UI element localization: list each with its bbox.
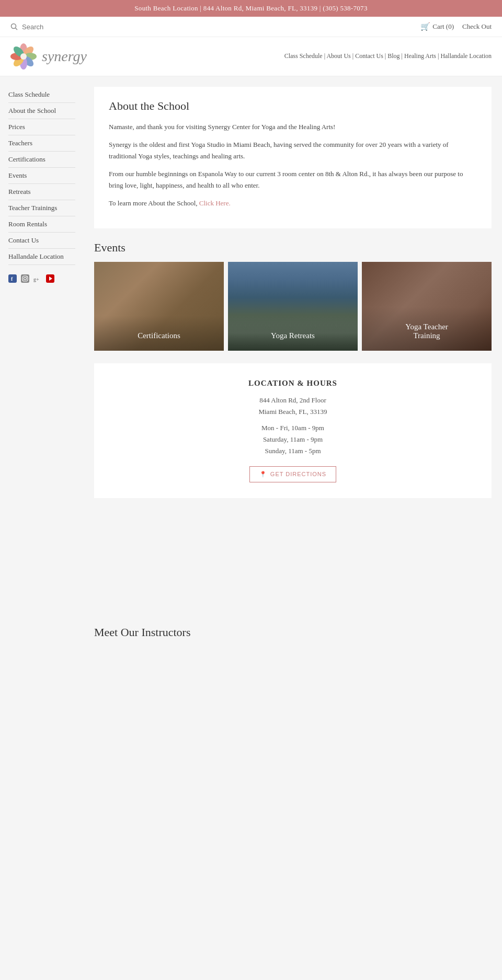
instagram-icon[interactable] [21, 274, 29, 285]
sidebar-item-room-rentals[interactable]: Room Rentals [8, 216, 75, 233]
sidebar-item-events[interactable]: Events [8, 168, 75, 184]
about-title: About the School [109, 99, 477, 113]
about-para1: Namaste, and thank you for visiting Syne… [109, 121, 477, 133]
logo-icon [10, 43, 37, 70]
page-layout: Class Schedule About the School Prices T… [0, 76, 502, 691]
event-card-teacher-training[interactable]: Yoga TeacherTraining [362, 262, 492, 351]
event-card-retreats[interactable]: Yoga Retreats [228, 262, 358, 351]
cart-label: Cart (0) [432, 22, 454, 31]
location-hours: Mon - Fri, 10am - 9pm Saturday, 11am - 9… [105, 422, 481, 457]
sidebar-item-teacher-trainings[interactable]: Teacher Trainings [8, 200, 75, 216]
nav-healing-arts[interactable]: Healing Arts [404, 52, 436, 60]
svg-point-10 [20, 53, 27, 60]
sidebar-item-contact-us[interactable]: Contact Us [8, 233, 75, 249]
youtube-icon[interactable] [46, 274, 54, 285]
location-section: LOCATION & HOURS 844 Alton Rd, 2nd Floor… [94, 363, 492, 498]
search-icon [10, 23, 18, 30]
get-directions-button[interactable]: 📍 GET DIRECTIONS [249, 466, 336, 482]
svg-text:g+: g+ [33, 276, 39, 282]
location-address-line1: 844 Alton Rd, 2nd Floor [105, 396, 481, 405]
events-section: Events Certifications Yoga Retreats Yoga… [94, 241, 492, 351]
svg-line-1 [16, 28, 18, 30]
sidebar-item-about-school[interactable]: About the School [8, 103, 75, 119]
main-nav: Class Schedule | About Us | Contact Us |… [284, 51, 492, 61]
sidebar-item-class-schedule[interactable]: Class Schedule [8, 87, 75, 103]
logo-container[interactable]: synergy [10, 43, 87, 70]
retreats-label: Yoga Retreats [228, 316, 358, 351]
search-bar: 🛒 Cart (0) Check Out [0, 17, 502, 37]
about-para3: From our humble beginnings on Espanola W… [109, 168, 477, 191]
sidebar-navigation: Class Schedule About the School Prices T… [8, 87, 75, 265]
events-grid: Certifications Yoga Retreats Yoga Teache… [94, 262, 492, 351]
logo-text: synergy [42, 48, 87, 65]
top-banner: South Beach Location | 844 Alton Rd, Mia… [0, 0, 502, 17]
hours-weekday: Mon - Fri, 10am - 9pm [105, 422, 481, 434]
facebook-icon[interactable]: f [8, 274, 17, 285]
nav-blog[interactable]: Blog [387, 52, 400, 60]
site-header: synergy Class Schedule | About Us | Cont… [0, 37, 502, 76]
cart-icon: 🛒 [420, 22, 430, 31]
svg-point-16 [27, 276, 28, 278]
about-para4-prefix: To learn more About the School, [109, 199, 199, 207]
location-title: LOCATION & HOURS [105, 379, 481, 388]
certifications-label: Certifications [94, 316, 224, 351]
banner-text: South Beach Location | 844 Alton Rd, Mia… [134, 4, 367, 12]
nav-about-us[interactable]: About Us [326, 52, 350, 60]
instructors-title: Meet Our Instructors [94, 626, 492, 639]
sidebar-item-teachers[interactable]: Teachers [8, 135, 75, 152]
about-para2: Synergy is the oldest and first Yoga Stu… [109, 139, 477, 162]
cart-area[interactable]: 🛒 Cart (0) [420, 22, 454, 31]
hours-saturday: Saturday, 11am - 9pm [105, 434, 481, 445]
events-title: Events [94, 241, 492, 255]
pin-icon: 📍 [259, 471, 267, 478]
directions-label: GET DIRECTIONS [270, 471, 326, 477]
sidebar: Class Schedule About the School Prices T… [0, 76, 84, 295]
search-input[interactable] [22, 23, 85, 31]
about-click-here-link[interactable]: Click Here. [199, 199, 231, 207]
svg-point-0 [12, 24, 16, 29]
search-left [10, 23, 85, 31]
google-plus-icon[interactable]: g+ [33, 274, 42, 285]
nav-contact-us[interactable]: Contact Us [355, 52, 383, 60]
sidebar-item-retreats[interactable]: Retreats [8, 184, 75, 200]
sidebar-item-certifications[interactable]: Certifications [8, 152, 75, 168]
about-section: About the School Namaste, and thank you … [94, 87, 492, 228]
event-card-certifications[interactable]: Certifications [94, 262, 224, 351]
nav-class-schedule[interactable]: Class Schedule [284, 52, 323, 60]
sidebar-item-prices[interactable]: Prices [8, 119, 75, 135]
teacher-training-label: Yoga TeacherTraining [362, 307, 492, 351]
sidebar-item-hallandale[interactable]: Hallandale Location [8, 249, 75, 265]
nav-hallandale[interactable]: Hallandale Location [440, 52, 492, 60]
main-content: About the School Namaste, and thank you … [84, 76, 502, 691]
checkout-link[interactable]: Check Out [462, 22, 492, 31]
social-icons: f g+ [8, 274, 75, 285]
hours-sunday: Sunday, 11am - 5pm [105, 445, 481, 457]
location-address-line2: Miami Beach, FL, 33139 [105, 408, 481, 416]
about-para4: To learn more About the School, Click He… [109, 198, 477, 209]
search-right: 🛒 Cart (0) Check Out [420, 22, 492, 31]
blank-spacer [94, 511, 492, 615]
instructors-section: Meet Our Instructors [94, 615, 492, 671]
